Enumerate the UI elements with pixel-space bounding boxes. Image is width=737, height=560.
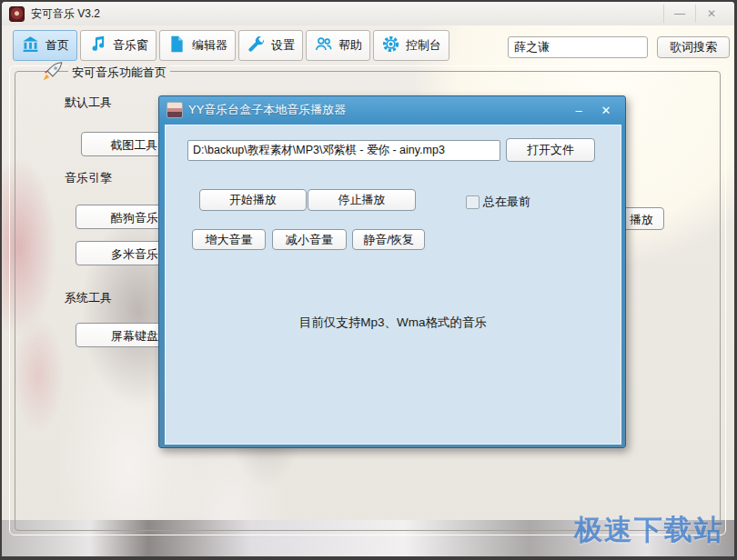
rocket-icon	[41, 59, 65, 83]
music-note-icon	[88, 35, 107, 56]
window-title: 安可音乐 V3.2	[31, 6, 100, 22]
bank-icon	[21, 35, 40, 56]
lyric-search-button[interactable]: 歌词搜索	[657, 36, 730, 58]
close-button[interactable]: ✕	[695, 5, 727, 23]
app-icon	[9, 6, 25, 22]
groupbox-title: 安可音乐功能首页	[68, 65, 170, 81]
singer-search-input[interactable]	[508, 36, 648, 58]
watermark: 极速下载站	[574, 511, 724, 549]
gear-icon	[381, 35, 400, 56]
open-file-button[interactable]: 打开文件	[506, 138, 595, 162]
always-on-top-checkbox[interactable]	[466, 195, 480, 209]
volume-down-button[interactable]: 减小音量	[272, 229, 347, 250]
toolbar-button-home[interactable]: 首页	[13, 30, 77, 61]
dialog-avatar-icon	[167, 102, 183, 118]
main-window: 安可音乐 V3.2 — ✕ 首页 音乐窗 编辑器 设置	[2, 2, 734, 556]
toolbar-button-editor[interactable]: 编辑器	[159, 30, 236, 61]
format-support-note: 目前仅支持Mp3、Wma格式的音乐	[166, 315, 621, 331]
dialog-titlebar: YY音乐台盒子本地音乐播放器 – ✕	[159, 96, 625, 124]
section-label-music-engine: 音乐引擎	[65, 170, 112, 186]
section-label-default-tools: 默认工具	[65, 95, 112, 111]
toolbar-button-console[interactable]: 控制台	[373, 30, 449, 61]
toolbar: 首页 音乐窗 编辑器 设置 帮助 控制台	[13, 29, 449, 62]
dialog-title: YY音乐台盒子本地音乐播放器	[188, 102, 346, 118]
volume-up-button[interactable]: 增大音量	[192, 229, 266, 250]
file-path-input[interactable]	[187, 140, 500, 161]
minimize-button[interactable]: —	[663, 5, 695, 23]
section-label-system-tools: 系统工具	[65, 290, 112, 306]
always-on-top-label: 总在最前	[483, 194, 530, 210]
screen: 安可音乐 V3.2 — ✕ 首页 音乐窗 编辑器 设置	[0, 0, 737, 560]
dialog-close-button[interactable]: ✕	[594, 104, 618, 117]
people-icon	[314, 35, 333, 56]
toolbar-button-music-window[interactable]: 音乐窗	[80, 30, 156, 61]
wrench-icon	[247, 35, 266, 56]
dialog-minimize-button[interactable]: –	[567, 104, 591, 117]
mute-restore-button[interactable]: 静音/恢复	[352, 229, 425, 250]
dialog-content: 打开文件 开始播放 停止播放 总在最前 增大音量 减小音量 静音/恢复 目前仅支…	[165, 125, 621, 445]
start-play-button[interactable]: 开始播放	[199, 189, 307, 211]
stop-play-button[interactable]: 停止播放	[308, 189, 416, 211]
toolbar-button-settings[interactable]: 设置	[238, 30, 303, 61]
titlebar: 安可音乐 V3.2 — ✕	[2, 2, 734, 25]
player-dialog: YY音乐台盒子本地音乐播放器 – ✕ 打开文件 开始播放 停止播放 总在最前 增…	[158, 95, 626, 448]
document-icon	[167, 35, 187, 56]
toolbar-button-help[interactable]: 帮助	[306, 30, 370, 61]
